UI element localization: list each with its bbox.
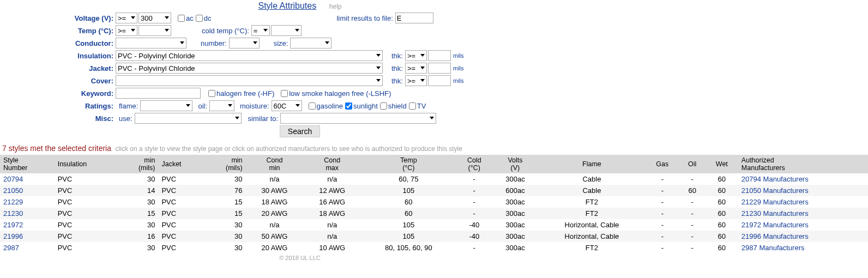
table-cell: 2987 — [0, 242, 55, 253]
table-cell: - — [646, 208, 679, 219]
table-cell: 21996 — [0, 231, 55, 242]
table-cell: n/a — [303, 173, 361, 185]
table-row: 21972PVC30PVC30n/an/a105-40300acHorizont… — [0, 219, 868, 231]
style-attributes-link[interactable]: Style Attributes — [258, 1, 316, 10]
shield-checkbox[interactable] — [380, 102, 387, 110]
style-link[interactable]: 21230 — [3, 209, 23, 217]
table-cell: PVC — [55, 242, 118, 253]
sunlight-label: sunlight — [353, 102, 378, 110]
search-button[interactable]: Search — [280, 125, 320, 137]
cold-temp-op[interactable]: = — [251, 25, 270, 36]
table-cell: - — [646, 219, 679, 231]
jacket-thk-label: thk: — [391, 64, 403, 72]
table-cell: 21996 Manufacturers — [738, 231, 868, 242]
table-row: 2987PVC30PVC3020 AWG10 AWG80, 105, 60, 9… — [0, 242, 868, 253]
manufacturers-link[interactable]: 21972 Manufacturers — [742, 221, 809, 229]
jacket-value[interactable]: PVC - Polyvinyl Chloride — [116, 63, 383, 74]
conductor-size[interactable] — [290, 38, 331, 49]
manufacturers-link[interactable]: 21996 Manufacturers — [742, 232, 809, 240]
style-link[interactable]: 21996 — [3, 232, 23, 240]
manufacturers-link[interactable]: 20794 Manufacturers — [742, 175, 809, 183]
table-cell: - — [456, 208, 493, 219]
insulation-thk-value[interactable] — [428, 50, 451, 61]
jacket-thk-op[interactable]: >= — [405, 63, 427, 74]
cover-thk-value[interactable] — [428, 75, 451, 86]
table-row: 21996PVC16PVC3050 AWGn/a105-40300acHoriz… — [0, 231, 868, 242]
style-link[interactable]: 2987 — [3, 244, 19, 252]
table-cell: FT2 — [538, 196, 646, 208]
lshf-checkbox[interactable] — [281, 90, 288, 97]
table-cell: 600ac — [492, 185, 538, 196]
table-cell: 300ac — [492, 196, 538, 208]
table-cell: 30 — [204, 242, 245, 253]
table-cell: 18 AWG — [246, 196, 304, 208]
table-cell: 10 AWG — [303, 242, 361, 253]
manufacturers-link[interactable]: 21050 Manufacturers — [742, 186, 809, 195]
table-cell: 30 — [204, 231, 245, 242]
flame-label: flame: — [119, 102, 138, 110]
table-cell: 20 AWG — [246, 208, 304, 219]
table-cell: 300ac — [492, 173, 538, 185]
help-link[interactable]: help — [329, 3, 342, 10]
table-cell: 12 AWG — [303, 185, 361, 196]
tv-checkbox[interactable] — [409, 102, 416, 110]
manufacturers-link[interactable]: 21229 Manufacturers — [742, 198, 809, 206]
result-hint: click on a style to view the style page … — [116, 145, 462, 153]
table-cell: 60 — [706, 242, 738, 253]
column-header: Volts(V) — [492, 155, 538, 173]
manufacturers-link[interactable]: 21230 Manufacturers — [742, 209, 809, 217]
table-cell: 15 — [204, 208, 245, 219]
results-table: StyleNumberInsulationmin(mils)Jacketmin(… — [0, 155, 868, 253]
jacket-thk-value[interactable] — [428, 63, 451, 74]
voltage-value[interactable]: 300 — [138, 13, 171, 23]
manufacturers-link[interactable]: 2987 Manufacturers — [742, 244, 805, 252]
table-cell: 21230 Manufacturers — [738, 208, 868, 219]
temp-op[interactable]: >= — [116, 25, 137, 36]
dc-checkbox[interactable] — [196, 15, 203, 22]
ratings-label: Ratings: — [0, 102, 116, 110]
insulation-thk-label: thk: — [391, 52, 403, 60]
limit-file-input[interactable] — [395, 13, 433, 23]
style-link[interactable]: 21972 — [3, 221, 23, 229]
gasoline-checkbox[interactable] — [309, 102, 316, 110]
use-value[interactable] — [135, 113, 242, 124]
table-cell: PVC — [55, 196, 118, 208]
table-cell: 60, 75 — [361, 173, 456, 185]
cover-thk-op[interactable]: >= — [405, 75, 427, 86]
keyword-input[interactable] — [116, 88, 201, 99]
style-link[interactable]: 21050 — [3, 186, 23, 195]
misc-label: Misc: — [0, 114, 116, 123]
conductor-value[interactable] — [116, 38, 186, 49]
table-cell: 60 — [706, 185, 738, 196]
table-cell: - — [646, 173, 679, 185]
table-cell: 60 — [706, 208, 738, 219]
table-cell: 21972 — [0, 219, 55, 231]
temp-value[interactable] — [138, 25, 171, 36]
oil-value[interactable] — [209, 100, 234, 111]
ac-checkbox[interactable] — [178, 15, 185, 22]
table-cell: PVC — [55, 208, 118, 219]
insulation-value[interactable]: PVC - Polyvinyl Chloride — [116, 50, 383, 61]
table-cell: 20 AWG — [246, 242, 304, 253]
conductor-number[interactable] — [229, 38, 260, 49]
column-header: AuthorizedManufacturers — [738, 155, 868, 173]
cover-value[interactable] — [116, 75, 383, 86]
sunlight-checkbox[interactable] — [345, 102, 352, 110]
style-link[interactable]: 21229 — [3, 198, 23, 206]
similar-value[interactable] — [280, 113, 436, 124]
flame-value[interactable] — [140, 100, 192, 111]
table-cell: - — [646, 231, 679, 242]
table-cell: 30 — [117, 242, 158, 253]
table-cell: 21230 — [0, 208, 55, 219]
cold-temp-value[interactable] — [271, 25, 302, 36]
table-cell: 30 — [117, 173, 158, 185]
hf-checkbox[interactable] — [208, 90, 215, 97]
voltage-op[interactable]: >= — [116, 13, 137, 23]
table-cell: 80, 105, 60, 90 — [361, 242, 456, 253]
style-link[interactable]: 20794 — [3, 175, 23, 183]
footer-copyright: © 2018 UL LLC — [0, 255, 600, 261]
insulation-thk-op[interactable]: >= — [405, 50, 427, 61]
moisture-value[interactable]: 60C — [272, 100, 302, 111]
table-cell: PVC — [55, 173, 118, 185]
voltage-label: Voltage (V): — [0, 14, 116, 22]
